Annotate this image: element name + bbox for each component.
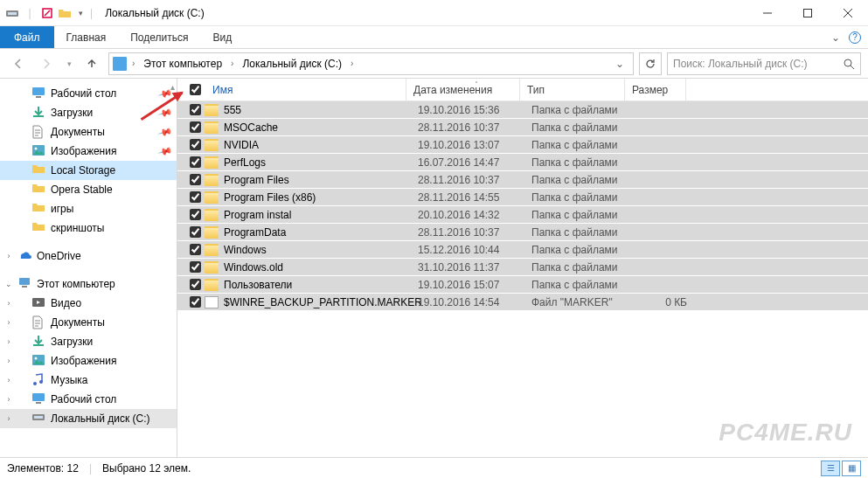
- sidebar-item[interactable]: Opera Stable: [0, 180, 177, 199]
- file-size: 0 КБ: [636, 296, 687, 308]
- sidebar-item[interactable]: ›Рабочий стол: [0, 390, 177, 409]
- expand-icon[interactable]: ›: [3, 337, 14, 346]
- back-button[interactable]: [7, 52, 30, 75]
- file-row[interactable]: Пользователи19.10.2016 15:07Папка с файл…: [177, 276, 868, 294]
- file-row[interactable]: Program instal20.10.2016 14:32Папка с фа…: [177, 206, 868, 224]
- chevron-right-icon[interactable]: ›: [227, 59, 237, 68]
- address-dropdown-icon[interactable]: ⌄: [610, 58, 629, 70]
- sidebar-item[interactable]: Документы📌: [0, 122, 177, 142]
- file-row[interactable]: MSOCache28.11.2016 10:37Папка с файлами: [177, 119, 868, 136]
- view-icons-button[interactable]: ▦: [842, 461, 861, 476]
- drive-icon: [113, 57, 127, 71]
- row-checkbox[interactable]: [190, 226, 201, 238]
- row-checkbox[interactable]: [190, 296, 201, 308]
- sidebar-item[interactable]: скриншоты: [0, 218, 177, 238]
- row-checkbox[interactable]: [190, 244, 201, 255]
- sidebar-item[interactable]: игры: [0, 199, 177, 218]
- sidebar-item-label: Видео: [51, 297, 81, 309]
- column-type[interactable]: Тип: [520, 79, 625, 100]
- sidebar-item[interactable]: Изображения📌: [0, 142, 177, 161]
- folder-icon: [205, 226, 219, 239]
- expand-icon[interactable]: ›: [3, 357, 14, 365]
- up-button[interactable]: [80, 52, 103, 75]
- file-date: 28.11.2016 14:55: [418, 191, 531, 204]
- column-date[interactable]: Дата изменения: [406, 79, 520, 100]
- row-checkbox[interactable]: [190, 104, 201, 115]
- folder-icon: [31, 221, 45, 235]
- drive-icon: [5, 6, 19, 20]
- sidebar-thispc[interactable]: ⌄ Этот компьютер: [0, 274, 177, 294]
- recent-dropdown[interactable]: ▾: [63, 52, 75, 75]
- file-row[interactable]: Windows15.12.2016 10:44Папка с файлами: [177, 241, 868, 259]
- column-size[interactable]: Размер: [625, 79, 686, 100]
- tab-share[interactable]: Поделиться: [118, 26, 200, 48]
- row-checkbox[interactable]: [190, 279, 201, 290]
- sidebar-item[interactable]: ›Изображения: [0, 351, 177, 371]
- sidebar-item[interactable]: ›Локальный диск (C:): [0, 409, 177, 428]
- expand-icon[interactable]: ›: [3, 299, 14, 308]
- svg-rect-23: [34, 416, 43, 419]
- ribbon: Файл Главная Поделиться Вид ⌄ ?: [0, 26, 868, 49]
- row-checkbox[interactable]: [190, 121, 201, 133]
- chevron-right-icon[interactable]: ›: [128, 59, 138, 68]
- column-name[interactable]: Имя: [205, 79, 406, 100]
- sidebar-item[interactable]: ›Музыка: [0, 371, 177, 390]
- sidebar-item[interactable]: Рабочий стол📌: [0, 84, 177, 103]
- breadcrumb-drive[interactable]: Локальный диск (C:): [239, 58, 345, 70]
- content-area: ˄ Имя Дата изменения Тип Размер 55519.10…: [177, 79, 868, 457]
- sidebar-item[interactable]: Local Storage: [0, 161, 177, 180]
- file-row[interactable]: NVIDIA19.10.2016 13:07Папка с файлами: [177, 136, 868, 154]
- row-checkbox[interactable]: [190, 191, 201, 203]
- sidebar-item[interactable]: ›Документы: [0, 313, 177, 332]
- ribbon-expand-icon[interactable]: ⌄: [831, 31, 840, 44]
- properties-icon[interactable]: [40, 6, 54, 20]
- row-checkbox[interactable]: [190, 261, 201, 273]
- sidebar-onedrive[interactable]: › OneDrive: [0, 246, 177, 266]
- close-button[interactable]: [828, 0, 868, 26]
- tab-view[interactable]: Вид: [200, 26, 244, 48]
- search-icon[interactable]: [843, 58, 855, 70]
- chevron-right-icon[interactable]: ›: [347, 59, 357, 68]
- row-checkbox[interactable]: [190, 156, 201, 168]
- forward-button[interactable]: [35, 52, 58, 75]
- search-input[interactable]: Поиск: Локальный диск (C:): [667, 52, 861, 75]
- downloads-icon: [31, 106, 45, 120]
- folder-qat-icon[interactable]: [58, 6, 72, 20]
- collapse-icon[interactable]: ⌄: [3, 280, 14, 288]
- address-bar[interactable]: › Этот компьютер › Локальный диск (C:) ›…: [108, 52, 634, 75]
- expand-icon[interactable]: ›: [3, 414, 14, 423]
- expand-icon[interactable]: ›: [3, 252, 14, 260]
- file-name: MSOCache: [224, 121, 418, 134]
- select-all-checkbox[interactable]: [190, 84, 201, 95]
- file-row[interactable]: Program Files (x86)28.11.2016 14:55Папка…: [177, 189, 868, 206]
- file-type: Папка с файлами: [531, 261, 636, 274]
- file-row[interactable]: Program Files28.11.2016 10:37Папка с фай…: [177, 171, 868, 189]
- file-row[interactable]: PerfLogs16.07.2016 14:47Папка с файлами: [177, 154, 868, 171]
- expand-icon[interactable]: ›: [3, 395, 14, 404]
- file-icon: [205, 296, 219, 308]
- file-tab[interactable]: Файл: [0, 26, 54, 48]
- maximize-button[interactable]: [788, 0, 828, 26]
- refresh-button[interactable]: [639, 52, 662, 75]
- minimize-button[interactable]: [747, 0, 788, 26]
- row-checkbox[interactable]: [190, 139, 201, 150]
- sidebar-item-label: Opera Stable: [51, 184, 113, 196]
- expand-icon[interactable]: ›: [3, 376, 14, 384]
- file-row[interactable]: Windows.old31.10.2016 11:37Папка с файла…: [177, 259, 868, 276]
- sidebar-item[interactable]: ›Видео: [0, 294, 177, 313]
- tab-home[interactable]: Главная: [54, 26, 119, 48]
- row-checkbox[interactable]: [190, 209, 201, 220]
- file-type: Папка с файлами: [531, 209, 636, 221]
- row-checkbox[interactable]: [190, 174, 201, 185]
- expand-icon[interactable]: ›: [3, 318, 14, 327]
- breadcrumb-thispc[interactable]: Этот компьютер: [140, 58, 226, 70]
- file-row[interactable]: ProgramData28.11.2016 10:37Папка с файла…: [177, 224, 868, 241]
- file-row[interactable]: 55519.10.2016 15:36Папка с файлами: [177, 101, 868, 119]
- titlebar: | ▾ | Локальный диск (C:): [0, 0, 868, 26]
- help-icon[interactable]: ?: [849, 31, 861, 44]
- file-row[interactable]: $WINRE_BACKUP_PARTITION.MARKER19.10.2016…: [177, 294, 868, 311]
- sidebar-item[interactable]: ›Загрузки: [0, 332, 177, 351]
- view-details-button[interactable]: ☰: [821, 461, 840, 476]
- qat-dropdown-icon[interactable]: ▾: [75, 9, 87, 17]
- file-name: Program instal: [224, 209, 418, 221]
